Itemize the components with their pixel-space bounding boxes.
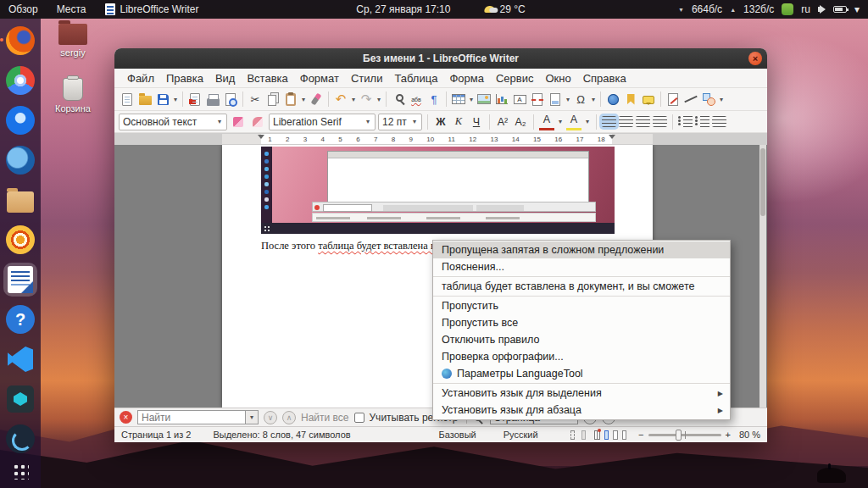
insert-table-button[interactable] <box>450 90 467 108</box>
menu-tools[interactable]: Сервис <box>490 72 540 85</box>
font-name-combo[interactable]: Liberation Serif ▾ <box>269 114 376 130</box>
find-next-button[interactable]: ∨ <box>264 411 277 424</box>
size-dropdown-icon[interactable]: ▾ <box>411 118 418 125</box>
dock-item-dark-app[interactable] <box>3 382 37 416</box>
book-view-icon[interactable] <box>594 430 600 440</box>
system-menu-chevron-icon[interactable]: ▾ <box>854 3 860 15</box>
clock[interactable]: Ср, 27 января 17:10 <box>356 3 450 15</box>
volume-icon[interactable] <box>818 7 821 12</box>
style-dropdown-icon[interactable]: ▾ <box>216 118 223 125</box>
italic-button[interactable]: К <box>451 114 466 130</box>
find-replace-button[interactable] <box>390 90 407 108</box>
scrollbar-thumb[interactable] <box>760 148 765 216</box>
word-count-status[interactable]: Выделено: 8 слов, 47 символов <box>213 430 350 440</box>
menu-insert[interactable]: Вставка <box>241 72 293 85</box>
dock-item-chrome[interactable] <box>3 64 37 97</box>
embedded-screenshot-image[interactable] <box>261 147 615 234</box>
battery-icon[interactable] <box>833 6 847 13</box>
dock-item-software[interactable] <box>3 223 37 257</box>
dock-item-help[interactable]: ? <box>3 302 37 336</box>
dock-item-firefox[interactable] <box>3 24 37 58</box>
update-style-button[interactable] <box>230 113 247 131</box>
menu-view[interactable]: Вид <box>209 72 242 85</box>
context-menu-spellcheck[interactable]: Проверка орфографии... <box>433 348 730 365</box>
context-menu-set-language-selection[interactable]: Установить язык для выделения ▶ <box>433 385 730 402</box>
horizontal-ruler[interactable]: 1 2 3 4 5 6 7 8 9 10 11 12 13 14 15 16 1… <box>114 133 767 145</box>
page-number-status[interactable]: Страница 1 из 2 <box>121 430 191 440</box>
paragraph-style-combo[interactable]: Основной текст ▾ <box>119 114 227 130</box>
zoom-out-button[interactable]: − <box>638 430 643 440</box>
dock-item-vscode[interactable] <box>3 342 37 376</box>
menu-window[interactable]: Окно <box>539 72 576 85</box>
selection-mode-icon[interactable] <box>570 430 575 440</box>
align-right-button[interactable] <box>636 116 650 127</box>
dock-item-browser[interactable] <box>3 103 37 137</box>
line-spacing-button[interactable] <box>712 116 726 127</box>
menu-table[interactable]: Таблица <box>388 72 443 85</box>
insert-chart-button[interactable] <box>493 90 510 108</box>
desktop-icon-user-folder[interactable]: sergiy <box>44 24 102 58</box>
context-menu-explanations[interactable]: Пояснения... <box>433 258 730 275</box>
show-applications-button[interactable] <box>12 463 29 480</box>
page-style-status[interactable]: Базовый <box>439 430 476 440</box>
print-preview-button[interactable] <box>222 90 239 108</box>
table-dropdown-icon[interactable]: ▾ <box>468 96 475 103</box>
places-menu[interactable]: Места <box>57 3 86 15</box>
multi-page-view-button[interactable] <box>613 430 618 440</box>
desktop-icon-trash[interactable]: Корзина <box>44 78 102 114</box>
find-all-button[interactable]: Найти все <box>301 412 349 424</box>
focused-app-menu[interactable]: LibreOffice Writer <box>105 3 199 15</box>
formatting-marks-button[interactable]: ¶ <box>426 90 442 108</box>
redo-button[interactable]: ↷ <box>358 90 375 108</box>
dock-item-thunderbird[interactable] <box>3 143 37 177</box>
comment-button[interactable] <box>640 90 657 108</box>
copy-button[interactable] <box>264 90 281 108</box>
dock-item-libreoffice-writer[interactable] <box>3 263 37 297</box>
insert-image-button[interactable] <box>476 90 492 108</box>
zoom-slider[interactable] <box>648 434 721 436</box>
open-button[interactable] <box>136 90 153 108</box>
highlight-color-button[interactable]: А <box>566 114 581 130</box>
export-pdf-button[interactable] <box>186 90 203 108</box>
clone-formatting-button[interactable] <box>308 90 325 108</box>
context-menu-ignore[interactable]: Пропустить <box>433 297 730 314</box>
highlight-dropdown-icon[interactable]: ▾ <box>584 118 591 125</box>
print-button[interactable] <box>204 90 221 108</box>
save-dropdown-icon[interactable]: ▾ <box>172 96 179 103</box>
menu-form[interactable]: Форма <box>443 72 490 85</box>
menu-format[interactable]: Формат <box>294 72 345 85</box>
zoom-in-button[interactable]: + <box>726 430 731 440</box>
tray-app-icon[interactable] <box>782 3 793 15</box>
align-center-button[interactable] <box>619 116 633 127</box>
save-button[interactable] <box>154 90 171 108</box>
bookmark-button[interactable] <box>622 90 639 108</box>
context-menu-disable-rule[interactable]: Отключить правило <box>433 331 730 348</box>
redo-dropdown-icon[interactable]: ▾ <box>376 96 382 103</box>
activities-button[interactable]: Обзор <box>8 3 38 15</box>
find-history-dropdown-icon[interactable]: ▾ <box>246 410 259 424</box>
single-page-view-button[interactable] <box>604 430 609 440</box>
insert-field-button[interactable] <box>547 90 564 108</box>
context-menu-rule-item[interactable]: Пропущена запятая в сложном предложении <box>433 241 730 258</box>
field-dropdown-icon[interactable]: ▾ <box>565 96 571 103</box>
font-dropdown-icon[interactable]: ▾ <box>364 118 371 125</box>
superscript-button[interactable]: А² <box>495 114 510 130</box>
new-style-button[interactable] <box>249 113 266 131</box>
paste-dropdown-icon[interactable]: ▾ <box>300 96 307 103</box>
find-previous-button[interactable]: ∧ <box>282 411 296 424</box>
window-titlebar[interactable]: Без имени 1 - LibreOffice Writer × <box>114 48 767 69</box>
text-language-status[interactable]: Русский <box>504 430 538 440</box>
underline-button[interactable]: Ч <box>469 114 484 130</box>
context-menu-ignore-all[interactable]: Пропустить все <box>433 314 730 331</box>
window-close-button[interactable]: × <box>748 52 762 65</box>
context-menu-languagetool-options[interactable]: Параметры LanguageTool <box>433 365 730 382</box>
font-size-combo[interactable]: 12 пт ▾ <box>378 114 422 130</box>
hyperlink-button[interactable] <box>604 90 621 108</box>
font-color-dropdown-icon[interactable]: ▾ <box>557 118 564 125</box>
bullet-list-button[interactable] <box>678 116 693 127</box>
spellcheck-button[interactable]: абв <box>408 90 425 108</box>
undo-button[interactable]: ↶ <box>332 90 349 108</box>
context-menu-suggestion[interactable]: таблица будет вставлена в документ, и вы… <box>433 278 730 295</box>
context-menu-set-language-paragraph[interactable]: Установить язык для абзаца ▶ <box>433 402 730 419</box>
insert-textbox-button[interactable]: А <box>511 90 528 108</box>
